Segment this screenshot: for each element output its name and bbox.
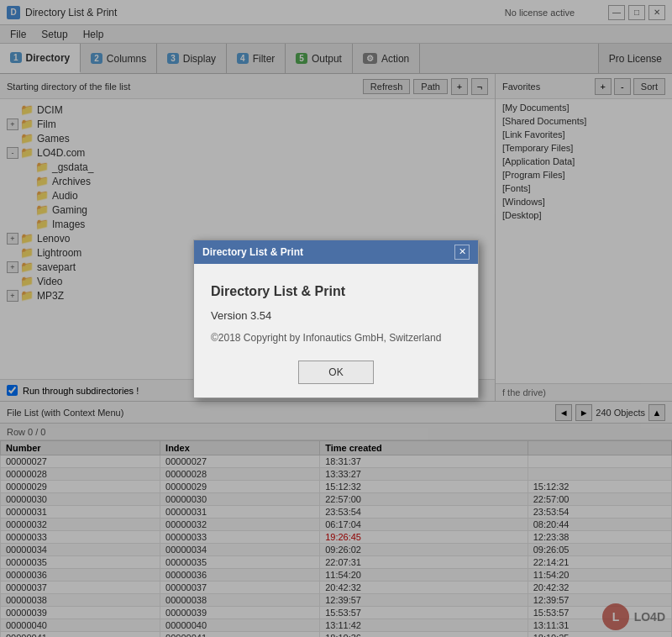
modal-app-title: Directory List & Print <box>211 284 461 299</box>
modal-copyright: ©2018 Copyright by Infonautics GmbH, Swi… <box>211 332 461 344</box>
modal-ok-row: OK <box>211 361 461 384</box>
modal-overlay[interactable]: Directory List & Print ✕ Directory List … <box>0 0 672 637</box>
modal-ok-button[interactable]: OK <box>298 361 374 384</box>
modal-close-button[interactable]: ✕ <box>454 245 470 260</box>
modal-body: Directory List & Print Version 3.54 ©201… <box>194 264 478 397</box>
modal-title: Directory List & Print <box>202 246 303 258</box>
modal-version: Version 3.54 <box>211 309 461 322</box>
about-dialog: Directory List & Print ✕ Directory List … <box>193 240 479 398</box>
modal-title-bar: Directory List & Print ✕ <box>194 240 478 264</box>
